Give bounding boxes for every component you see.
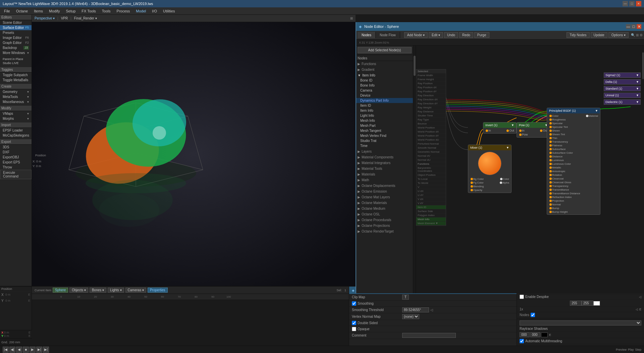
rbp-shadow-r[interactable] — [520, 332, 530, 337]
menu-octane[interactable]: Octane — [13, 8, 31, 14]
ne-item-camera[interactable]: Camera — [356, 88, 413, 93]
rbp-nodes-check[interactable] — [531, 313, 535, 317]
sidebar-execute-command[interactable]: Execute Command — [0, 170, 32, 179]
ne-node-standard[interactable]: Standard (1) ▼ — [604, 86, 641, 91]
prop-doublesided-check[interactable] — [352, 321, 356, 325]
rbp-shadow-g[interactable] — [530, 332, 540, 337]
pb-start[interactable]: |◀ — [3, 347, 9, 353]
ne-item-device[interactable]: Device — [356, 93, 413, 98]
menu-tools[interactable]: Tools — [99, 8, 113, 14]
prop-clipmap-value[interactable]: T — [402, 295, 409, 300]
sidebar-scene-editor[interactable]: Scene Editor — [0, 20, 32, 25]
pb-end[interactable]: ▶| — [43, 347, 49, 353]
pb-prev-key[interactable]: ◀| — [9, 347, 15, 353]
ne-redo[interactable]: Redo — [459, 32, 473, 38]
ne-icon-expand[interactable]: ⊞ — [636, 33, 639, 37]
rbp-shadow-swatch[interactable] — [541, 333, 548, 337]
prop-smoothing-check[interactable] — [352, 301, 356, 306]
menu-file[interactable]: File — [1, 8, 13, 14]
sidebar-export-eps[interactable]: Export EPS — [0, 160, 32, 165]
sidebar-epsf-loader[interactable]: EPSF Loader — [0, 128, 32, 133]
ne-edit[interactable]: Edit ▾ — [429, 32, 443, 38]
ne-item-boneinfo[interactable]: Bone Info — [356, 83, 413, 88]
ne-tidy-nodes[interactable]: Tidy Nodes — [567, 32, 589, 38]
ne-list-scrollbar[interactable] — [413, 46, 416, 293]
ne-node-mixer[interactable]: Mixer (1) ▼ Bg Color Color — [468, 145, 512, 193]
view-vpr[interactable]: VPR — [61, 16, 68, 20]
menu-modify[interactable]: Modify — [46, 8, 62, 14]
ne-options[interactable]: Options ▾ — [608, 32, 629, 38]
viewport-canvas[interactable]: Position X: 0 m Y: 0 m — [32, 22, 356, 286]
ne-purge[interactable]: Purge — [474, 32, 489, 38]
sidebar-exportobj[interactable]: ExportOBJ — [0, 155, 32, 160]
pb-next[interactable]: ▶| — [36, 347, 42, 353]
rbp-filter-select[interactable] — [520, 320, 641, 325]
rbp-despike-check[interactable] — [520, 295, 524, 299]
sidebar-throw[interactable]: Throw — [0, 165, 32, 170]
ne-item-lightinfo[interactable]: Light Info — [356, 113, 413, 118]
ne-item-meshvertexfind[interactable]: Mesh Vertex Find — [356, 133, 413, 138]
ne-update[interactable]: Update — [591, 32, 607, 38]
prop-opaque-check[interactable] — [352, 327, 356, 331]
menu-fxtools[interactable]: FX Tools — [79, 8, 99, 14]
ne-item-iteminfo[interactable]: Item Info — [356, 108, 413, 113]
ne-item-itemid[interactable]: Item ID — [356, 103, 413, 108]
ne-close[interactable]: ✕ — [637, 24, 641, 29]
sidebar-metatools[interactable]: MetaTools▾ — [0, 94, 32, 99]
ne-item-boneid[interactable]: Bone ID — [356, 78, 413, 83]
menu-process[interactable]: Process — [114, 8, 133, 14]
sidebar-geometry[interactable]: Geometry▾ — [0, 89, 32, 94]
menu-io[interactable]: I/O — [149, 8, 160, 14]
bones-btn[interactable]: Bones ▾ — [90, 288, 106, 293]
ne-vscrollbar[interactable] — [642, 46, 644, 293]
modify-section[interactable]: Modify — [0, 106, 32, 111]
sidebar-image-editor[interactable]: Image EditorF6 — [0, 35, 32, 40]
rbp-r-input[interactable] — [570, 301, 582, 306]
export-section[interactable]: Export — [0, 139, 32, 145]
ne-item-time[interactable]: Time — [356, 143, 413, 148]
sidebar-miscellaneous[interactable]: Miscellaneous▾ — [0, 99, 32, 104]
ne-node-invert[interactable]: Invert (1) ▼ In Out — [483, 122, 517, 134]
sidebar-toggle-metaballs[interactable]: Toggle MetaBalls — [0, 78, 32, 83]
pb-stop[interactable]: ■ — [23, 347, 29, 353]
prop-comment-input[interactable] — [402, 333, 456, 338]
ne-min[interactable]: — — [626, 24, 631, 29]
sidebar-more-windows[interactable]: More Windows▾ — [0, 50, 32, 55]
ne-tab-flow[interactable]: Node Flow — [376, 32, 400, 38]
sidebar-surface-editor[interactable]: Surface EditorF5 — [0, 25, 32, 30]
cameras-btn[interactable]: Cameras ▾ — [125, 288, 146, 293]
menu-utilities[interactable]: Utilities — [160, 8, 177, 14]
ne-item-meshpart[interactable]: Mesh Part — [356, 123, 413, 128]
ne-item-dynamics[interactable]: Dynamics Part Info — [356, 98, 413, 103]
pb-play[interactable]: ▶ — [30, 347, 36, 353]
ne-node-pow[interactable]: Pow (1) ▼ In Out Pow — [517, 122, 550, 138]
ne-item-meshtangent[interactable]: Mesh Tangent — [356, 128, 413, 133]
sidebar-presets[interactable]: Presets — [0, 30, 32, 35]
ne-node-pbsdf-expand[interactable]: ▼ — [595, 109, 598, 112]
ne-item-meshinfo[interactable]: Mesh Info — [356, 118, 413, 123]
maximize-btn[interactable]: □ — [629, 1, 635, 6]
ne-node-dielectric[interactable]: Dielectric (1) ▼ — [604, 99, 641, 105]
close-btn[interactable]: ✕ — [636, 1, 641, 6]
ne-node-sigma2[interactable]: Sigma2 (1) ▼ — [604, 72, 641, 78]
menu-setup[interactable]: Setup — [63, 8, 78, 14]
create-section[interactable]: Create — [0, 84, 32, 89]
sidebar-mocap[interactable]: MoCapSkelegons — [0, 133, 32, 138]
sidebar-parent-in-place[interactable]: Parent in Place Studio LIVE — [0, 57, 32, 66]
view-render[interactable]: Final_Render ▾ — [74, 16, 97, 20]
ne-undo[interactable]: Undo — [444, 32, 458, 38]
ne-node-pbsdf[interactable]: Principled BSDF (1) ▼ Color Material Rou… — [547, 108, 600, 215]
sphere-btn[interactable]: Sphere — [53, 288, 68, 293]
rbp-g-input[interactable] — [582, 301, 593, 306]
pb-prev[interactable]: ◀ — [16, 347, 22, 353]
ne-node-mixer-expand[interactable]: ▼ — [506, 146, 509, 149]
minimize-btn[interactable]: — — [623, 1, 628, 6]
view-type[interactable]: Perspective ▾ — [35, 16, 55, 20]
rbp-color-swatch[interactable] — [593, 301, 600, 306]
menu-model[interactable]: Model — [133, 8, 149, 14]
menu-items[interactable]: Items — [31, 8, 46, 14]
sidebar-vmaps[interactable]: VMaps▾ — [0, 111, 32, 116]
ne-icon-settings[interactable]: ⚙ — [640, 33, 643, 37]
ne-add-selected-btn[interactable]: Add Selected Node(s) — [358, 47, 412, 53]
sidebar-dxf[interactable]: DXF — [0, 150, 32, 155]
